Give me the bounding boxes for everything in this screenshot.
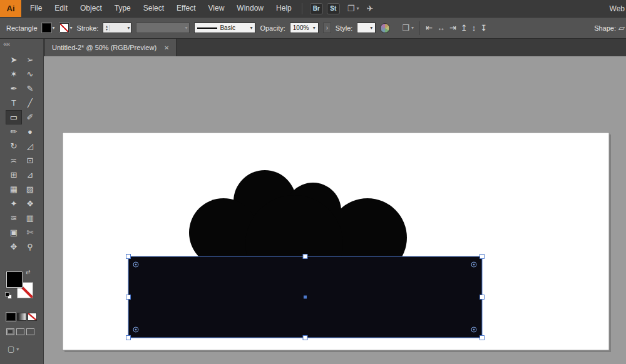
opacity-panel-button[interactable]: ›	[323, 23, 331, 33]
fill-swatch[interactable]	[6, 271, 23, 288]
artboard-tool[interactable]: ▣	[6, 225, 22, 240]
column-graph-tool[interactable]: ▥	[22, 211, 38, 225]
menubar-separator	[302, 3, 302, 14]
document-setup-icon: ❒	[402, 23, 409, 33]
chevron-down-icon[interactable]: ▾	[127, 25, 131, 31]
menu-object[interactable]: Object	[74, 0, 108, 17]
default-fill-stroke-icon[interactable]	[5, 292, 13, 300]
blend-tool[interactable]: ❖	[22, 196, 38, 211]
align-vertical-top-icon[interactable]: ↥	[461, 23, 468, 33]
document-tab-bar: Untitled-2* @ 50% (RGB/Preview) ✕	[44, 39, 626, 56]
type-tool[interactable]: T	[6, 96, 22, 110]
opacity-label: Opacity:	[260, 24, 285, 32]
chevron-down-icon: ▾	[53, 25, 55, 31]
color-button[interactable]	[6, 313, 16, 321]
align-vertical-bottom-icon[interactable]: ↧	[480, 23, 487, 33]
fill-color-dropdown[interactable]: ▾	[42, 23, 55, 33]
layout-icon: ❐	[347, 4, 355, 13]
mesh-tool[interactable]: ▦	[6, 182, 22, 196]
shape-properties-icon: ▱	[618, 23, 625, 33]
width-tool[interactable]: ≍	[6, 153, 22, 168]
align-horizontal-center-icon[interactable]: ↔	[437, 23, 445, 33]
stock-button[interactable]: St	[327, 3, 340, 14]
gradient-tool[interactable]: ▨	[22, 182, 38, 196]
direct-selection-tool[interactable]: ➢	[22, 53, 38, 67]
control-bar-separator	[419, 21, 420, 35]
recolor-artwork-icon[interactable]	[380, 23, 390, 33]
fill-swatch-icon	[42, 23, 51, 33]
swap-fill-stroke-icon[interactable]: ⇄	[26, 269, 31, 275]
variable-width-profile-dropdown: ▾	[136, 23, 190, 33]
stroke-weight-stepper[interactable]: ▴▾ ▾	[103, 23, 131, 33]
menu-type[interactable]: Type	[108, 0, 137, 17]
draw-inside-icon[interactable]	[26, 328, 34, 335]
rectangle-tool[interactable]: ▭	[6, 110, 22, 124]
stroke-weight-label: Stroke:	[77, 24, 99, 32]
hand-tool[interactable]: ✥	[6, 240, 22, 254]
menu-view[interactable]: View	[202, 0, 231, 17]
menu-select[interactable]: Select	[137, 0, 170, 17]
pencil-tool[interactable]: ✏	[6, 124, 22, 139]
workspace-switcher[interactable]: Web	[610, 4, 625, 13]
panel-collapse-icon[interactable]: ««	[3, 40, 9, 48]
menu-effect[interactable]: Effect	[170, 0, 202, 17]
menu-edit[interactable]: Edit	[48, 0, 74, 17]
brush-definition-dropdown[interactable]: Basic ▾	[194, 23, 255, 33]
free-transform-tool[interactable]: ⊡	[22, 153, 38, 168]
chevron-down-icon: ▾	[370, 25, 372, 31]
perspective-grid-tool[interactable]: ⊿	[22, 168, 38, 182]
menu-help[interactable]: Help	[270, 0, 298, 17]
align-vertical-middle-icon[interactable]: ↕	[472, 23, 476, 33]
screen-mode-button[interactable]: ▢ ▾	[8, 345, 19, 353]
menu-file[interactable]: File	[24, 0, 48, 17]
stroke-line-sample-icon	[197, 28, 217, 29]
curvature-tool[interactable]: ✎	[22, 81, 38, 96]
magic-wand-tool[interactable]: ✶	[6, 67, 22, 81]
shape-builder-tool[interactable]: ⊞	[6, 168, 22, 182]
slice-tool[interactable]: ✄	[22, 225, 38, 240]
fill-stroke-block: ⇄	[6, 271, 35, 300]
pen-tool[interactable]: ✒	[6, 81, 22, 96]
align-horizontal-left-icon[interactable]: ⇤	[426, 23, 433, 33]
menu-window[interactable]: Window	[230, 0, 270, 17]
arrange-documents-dropdown[interactable]: ❐ ▾	[347, 4, 359, 13]
center-point-handle[interactable]	[304, 296, 307, 299]
selection-handle	[480, 255, 485, 259]
draw-behind-icon[interactable]	[16, 328, 24, 335]
document-setup-dropdown[interactable]: ❒ ▾	[402, 23, 414, 33]
draw-normal-icon[interactable]	[6, 328, 14, 335]
close-icon[interactable]: ✕	[164, 44, 169, 51]
graphic-style-dropdown[interactable]: ▾	[357, 23, 376, 33]
symbol-sprayer-tool[interactable]: ≋	[6, 211, 22, 225]
none-button[interactable]	[28, 313, 37, 321]
selection-handle	[303, 255, 307, 259]
scale-tool[interactable]: ◿	[22, 139, 38, 153]
lasso-tool[interactable]: ∿	[22, 67, 38, 81]
eyedropper-tool[interactable]: ✦	[6, 196, 22, 211]
shape-label: Shape:	[594, 24, 616, 32]
gradient-button[interactable]	[17, 313, 26, 321]
control-bar: Rectangle ▾ ▾ Stroke: ▴▾ ▾ ▾ Basic ▾ Opa…	[0, 17, 626, 39]
align-horizontal-right-icon[interactable]: ⇥	[449, 23, 456, 33]
bridge-button[interactable]: Br	[310, 3, 323, 14]
canvas-area[interactable]	[44, 56, 626, 364]
selection-handle	[480, 295, 485, 300]
selection-tool[interactable]: ➤	[6, 53, 22, 67]
stepper-arrows-icon[interactable]: ▴▾	[103, 25, 110, 31]
rotate-tool[interactable]: ↻	[6, 139, 22, 153]
gpu-performance-icon[interactable]: ✈	[366, 4, 373, 13]
opacity-value: 100%	[293, 24, 309, 31]
shape-options-group[interactable]: Shape: ▱	[594, 23, 625, 33]
app-logo[interactable]: Ai	[0, 0, 21, 17]
document-tab[interactable]: Untitled-2* @ 50% (RGB/Preview) ✕	[45, 39, 177, 56]
opacity-input[interactable]: 100% ▾	[290, 23, 319, 33]
paintbrush-tool[interactable]: ✐	[22, 110, 38, 124]
tools-panel: «« ➤➢✶∿✒✎T╱▭✐✏●↻◿≍⊡⊞⊿▦▨✦❖≋▥▣✄✥⚲ ⇄ ▢ ▾	[0, 39, 44, 364]
selection-handle	[480, 336, 485, 340]
blob-brush-tool[interactable]: ●	[22, 124, 38, 139]
line-segment-tool[interactable]: ╱	[22, 96, 38, 110]
stroke-color-dropdown[interactable]: ▾	[59, 23, 73, 33]
zoom-tool[interactable]: ⚲	[22, 240, 38, 254]
active-tool-label: Rectangle	[6, 24, 38, 32]
illustrator-window: Ai FileEditObjectTypeSelectEffectViewWin…	[0, 0, 626, 364]
